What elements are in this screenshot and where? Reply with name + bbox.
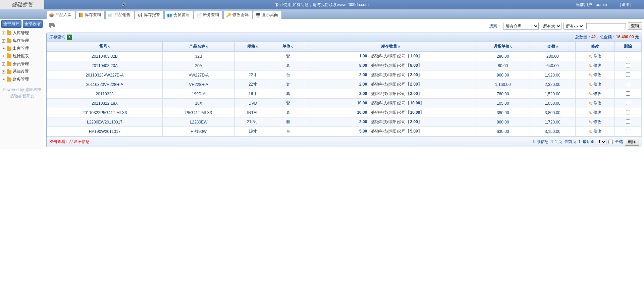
th-unit[interactable]: 单位▽ bbox=[271, 42, 305, 52]
cell-spec: 19寸 bbox=[235, 89, 271, 99]
export-excel-icon[interactable]: X bbox=[67, 35, 72, 40]
row-checkbox[interactable] bbox=[626, 129, 630, 133]
th-del[interactable]: 删除 bbox=[614, 42, 641, 52]
th-amount[interactable]: 金额▽ bbox=[530, 42, 576, 52]
table-row[interactable]: 20110322 18X 18X DVD 套 10.00，盛驰科技(综阳)公司【… bbox=[47, 99, 642, 108]
cell-code: 20110403 20A bbox=[47, 61, 163, 70]
expand-icon[interactable]: + bbox=[2, 70, 5, 73]
sidebar-item-会员管理[interactable]: +会员管理 bbox=[1, 60, 43, 68]
tab-label: 修改密码 bbox=[232, 12, 249, 18]
select-all-checkbox[interactable] bbox=[608, 140, 613, 144]
row-checkbox[interactable] bbox=[626, 54, 630, 58]
row-checkbox[interactable] bbox=[626, 110, 630, 114]
table-row[interactable]: 20110323VH228H-A VH228H-A 22寸 套 2.00，盛驰科… bbox=[47, 80, 642, 89]
edit-link[interactable]: ✎修改 bbox=[588, 82, 601, 87]
table-row[interactable]: 20110322P5G41T-MLX3 P5G41T-MLX3 INTEL 套 … bbox=[47, 108, 642, 117]
sidebar-item-出库管理[interactable]: +出库管理 bbox=[1, 45, 43, 52]
edit-link[interactable]: ✎修改 bbox=[588, 129, 601, 134]
warehouse-select[interactable]: 所有仓库 bbox=[503, 23, 539, 30]
folder-icon bbox=[7, 78, 11, 82]
tab-产品入库[interactable]: 📦产品入库 bbox=[46, 11, 75, 19]
cell-name: HP190W bbox=[163, 127, 235, 136]
edit-link[interactable]: ✎修改 bbox=[588, 91, 601, 97]
pagination: 9 条信息 共 1 页 最前页 1 最后页 1 全选 删除 bbox=[533, 138, 639, 146]
sidebar-item-入库管理[interactable]: +入库管理 bbox=[1, 29, 43, 37]
row-checkbox[interactable] bbox=[626, 82, 630, 86]
edit-link[interactable]: ✎修改 bbox=[588, 110, 601, 115]
row-checkbox[interactable] bbox=[626, 63, 630, 67]
cell-amount: 3,800.00 bbox=[530, 108, 576, 117]
expand-all-button[interactable]: 全部展开 bbox=[1, 20, 21, 28]
tab-帐务查询[interactable]: 📄帐务查询 bbox=[194, 11, 223, 19]
row-checkbox[interactable] bbox=[626, 91, 630, 96]
logout-link[interactable]: [退出] bbox=[620, 2, 631, 8]
expand-icon[interactable]: + bbox=[2, 78, 5, 81]
row-checkbox[interactable] bbox=[626, 72, 630, 77]
delete-selected-button[interactable]: 删除 bbox=[625, 138, 639, 146]
cell-edit: ✎修改 bbox=[575, 108, 614, 117]
tab-产品销售[interactable]: 🛒产品销售 bbox=[105, 11, 134, 19]
table-row[interactable]: 20110403 32B 32B 套 1.00，盛驰科技(综阳)公司【1.00】… bbox=[47, 52, 642, 61]
tab-label: 帐务查询 bbox=[203, 12, 219, 18]
last-page-link[interactable]: 最后页 bbox=[583, 139, 595, 145]
tab-修改密码[interactable]: 🔑修改密码 bbox=[223, 11, 252, 19]
row-checkbox[interactable] bbox=[626, 101, 630, 105]
book-icon: 📙 bbox=[78, 12, 84, 18]
th-name[interactable]: 产品名称▽ bbox=[163, 42, 235, 52]
edit-icon: ✎ bbox=[588, 101, 592, 106]
expand-icon[interactable]: + bbox=[2, 62, 5, 66]
sort-icon[interactable]: ▽ bbox=[206, 45, 208, 48]
cell-spec: INTEL bbox=[235, 108, 271, 117]
tab-会员管理[interactable]: 👥会员管理 bbox=[164, 11, 193, 19]
edit-link[interactable]: ✎修改 bbox=[588, 119, 601, 125]
sort-icon[interactable]: ▽ bbox=[398, 45, 400, 48]
cell-unit: 台 bbox=[271, 127, 305, 136]
table-row[interactable]: 20110323 199D-A 19寸 套 2.00，盛驰科技(综阳)公司【2.… bbox=[47, 89, 642, 99]
sound-icon[interactable]: 🔊 bbox=[121, 2, 126, 7]
bigcat-select[interactable]: 所有大类 bbox=[541, 23, 561, 30]
cell-spec: DVD bbox=[235, 99, 271, 108]
row-checkbox[interactable] bbox=[626, 119, 630, 124]
expand-icon[interactable]: + bbox=[2, 47, 5, 50]
collapse-all-button[interactable]: 全部收缩 bbox=[23, 20, 43, 28]
search-input[interactable] bbox=[586, 23, 626, 29]
th-code[interactable]: 货号▽ bbox=[47, 42, 163, 52]
cell-unit: 台 bbox=[271, 70, 305, 80]
folder-icon bbox=[7, 47, 11, 51]
edit-link[interactable]: ✎修改 bbox=[588, 72, 601, 78]
sidebar-item-库存管理[interactable]: +库存管理 bbox=[1, 37, 43, 45]
table-row[interactable]: HP190W2011317 HP190W 19寸 台 5.00，盛驰科技(综阳)… bbox=[47, 127, 642, 136]
expand-icon[interactable]: + bbox=[2, 32, 5, 35]
table-row[interactable]: 20110403 20A 20A 套 8.00，盛驰科技(综阳)公司【8.00】… bbox=[47, 61, 642, 70]
edit-link[interactable]: ✎修改 bbox=[588, 100, 601, 106]
edit-link[interactable]: ✎修改 bbox=[588, 53, 601, 59]
table-row[interactable]: L2280EW20110317 L2280EW 21.5寸 套 2.00，盛驰科… bbox=[47, 117, 642, 127]
tab-库存查询[interactable]: 📙库存查询 bbox=[76, 11, 105, 19]
th-edit[interactable]: 修改 bbox=[575, 42, 614, 52]
welcome-text: 欢迎使用!如有问题，请与我们联系www.2009du.com bbox=[275, 2, 369, 8]
sort-icon[interactable]: ▽ bbox=[256, 45, 258, 48]
edit-link[interactable]: ✎修改 bbox=[588, 63, 601, 68]
first-page-link[interactable]: 最前页 bbox=[564, 139, 576, 145]
page-select[interactable]: 1 bbox=[597, 139, 606, 145]
sort-icon[interactable]: ▽ bbox=[108, 45, 110, 48]
sort-icon[interactable]: ▽ bbox=[556, 45, 558, 48]
smallcat-select[interactable]: 所有小类 bbox=[564, 23, 584, 30]
th-spec[interactable]: 规格▽ bbox=[235, 42, 271, 52]
sort-icon[interactable]: ▽ bbox=[291, 45, 293, 48]
th-qty[interactable]: 库存数量▽ bbox=[305, 42, 476, 52]
tab-库存报警[interactable]: 📢库存报警 bbox=[135, 11, 164, 19]
table-row[interactable]: 20110323VW227D-A VW227D-A 22寸 台 2.00，盛驰科… bbox=[47, 70, 642, 80]
expand-icon[interactable]: + bbox=[2, 55, 5, 58]
search-button[interactable]: 查询 bbox=[628, 22, 642, 30]
sort-icon[interactable]: ▽ bbox=[510, 45, 513, 48]
expand-icon[interactable]: + bbox=[2, 39, 5, 43]
tab-label: 会员管理 bbox=[173, 12, 190, 18]
cell-edit: ✎修改 bbox=[575, 127, 614, 136]
sidebar-item-统计报表[interactable]: +统计报表 bbox=[1, 52, 43, 60]
th-price[interactable]: 进货单价▽ bbox=[476, 42, 530, 52]
print-icon[interactable] bbox=[48, 21, 56, 31]
sidebar-item-财务管理[interactable]: +财务管理 bbox=[1, 76, 43, 83]
tab-显示桌面[interactable]: 🖥️显示桌面 bbox=[253, 11, 282, 19]
sidebar-item-系统设置[interactable]: +系统设置 bbox=[1, 68, 43, 76]
